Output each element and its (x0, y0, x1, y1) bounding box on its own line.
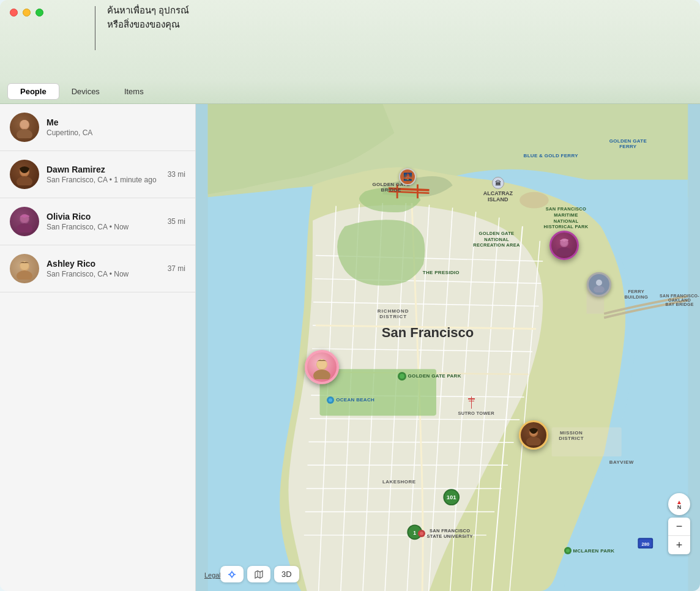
map-controls: ▲ N − + (668, 493, 690, 554)
titlebar: ค้นหาเพื่อนๆ อุปกรณ์ หรือสิ่งของของคุณ (0, 0, 700, 80)
person-item-dawn[interactable]: Dawn Ramirez San Francisco, CA • 1 minut… (0, 151, 195, 198)
person-item-me[interactable]: Me Cupertino, CA (0, 104, 195, 151)
map-pin-dawn[interactable] (519, 420, 548, 450)
person-name-ashley: Ashley Rico (47, 259, 160, 269)
svg-rect-49 (551, 427, 621, 456)
pin-avatar-ashley (305, 350, 339, 384)
person-name-me: Me (47, 117, 185, 127)
person-distance-olivia: 35 mi (168, 217, 185, 226)
threed-button[interactable]: 3D (274, 566, 299, 582)
city-name-label: San Francisco (382, 325, 474, 341)
pin-avatar-gray1 (587, 272, 611, 297)
mclaren-park-label: McLaren Park (573, 548, 615, 554)
person-item-ashley[interactable]: Ashley Rico San Francisco, CA • Now 37 m… (0, 245, 195, 292)
person-distance-ashley: 37 mi (168, 264, 185, 273)
sutro-tower-icon (468, 396, 475, 409)
ggb-bridge-icon: 🌉 (399, 168, 416, 185)
ocean-beach-container: Ocean Beach (327, 396, 374, 404)
tabs-bar: People Devices Items (0, 80, 700, 104)
map-type-button[interactable] (247, 566, 270, 582)
person-distance-dawn: 33 mi (168, 170, 185, 179)
maximize-button[interactable] (35, 9, 43, 17)
svg-point-56 (313, 370, 330, 379)
tab-people[interactable]: People (7, 83, 59, 100)
mclaren-park-dot (566, 549, 570, 552)
gg-park-dot (400, 374, 404, 379)
traffic-lights (10, 9, 43, 17)
ocean-beach-icon (327, 396, 334, 404)
person-location-me: Cupertino, CA (47, 128, 185, 137)
alcatraz-icon: 🏛 (492, 177, 504, 189)
svg-point-66 (230, 573, 234, 576)
sf-state-label: San FranciscoState University (427, 528, 473, 539)
close-button[interactable] (10, 9, 18, 17)
ocean-beach-dot (329, 398, 332, 402)
svg-point-62 (526, 437, 541, 445)
svg-point-10 (17, 270, 32, 280)
svg-point-64 (596, 280, 602, 286)
person-name-olivia: Olivia Rico (47, 212, 160, 221)
sf-state-container: San FranciscoState University (418, 528, 473, 539)
person-info-me: Me Cupertino, CA (47, 117, 185, 137)
map-pin-ggb: 🌉 (399, 168, 416, 185)
alcatraz-badge: 🏛 ALCATRAZISLAND (483, 177, 513, 203)
mclaren-park-container: McLaren Park (564, 547, 615, 554)
tooltip-pointer-line (95, 6, 95, 50)
map-pin-olivia[interactable] (549, 231, 579, 260)
map-icon (255, 570, 263, 579)
gg-park-container: Golden Gate Park (398, 372, 461, 381)
compass-n-label: N (677, 504, 682, 510)
minimize-button[interactable] (23, 9, 31, 17)
map-pin-ashley[interactable] (305, 350, 339, 384)
main-content: Me Cupertino, CA Dawn Ramirez San Fran (0, 104, 700, 591)
tab-devices[interactable]: Devices (59, 84, 112, 99)
map-pin-gray1[interactable] (587, 272, 611, 297)
zoom-out-button[interactable]: − (668, 518, 690, 536)
pin-avatar-olivia (549, 231, 579, 260)
person-location-olivia: San Francisco, CA • Now (47, 223, 160, 231)
svg-text:1: 1 (413, 530, 416, 536)
person-info-olivia: Olivia Rico San Francisco, CA • Now (47, 212, 160, 231)
tooltip-line2: หรือสิ่งของของคุณ (107, 18, 189, 32)
person-info-dawn: Dawn Ramirez San Francisco, CA • 1 minut… (47, 165, 160, 184)
gg-park-icon (398, 372, 406, 381)
svg-text:280: 280 (641, 541, 649, 547)
svg-point-65 (594, 286, 605, 292)
tab-items[interactable]: Items (112, 84, 156, 99)
compass-content: ▲ N (676, 499, 682, 510)
person-location-ashley: San Francisco, CA • Now (47, 270, 160, 278)
zoom-in-button[interactable]: + (668, 536, 690, 554)
gg-park-label: Golden Gate Park (408, 373, 461, 379)
svg-point-39 (519, 192, 549, 209)
svg-point-1 (17, 129, 32, 138)
map-background: 101 1 280 (196, 104, 700, 591)
avatar-olivia (10, 207, 39, 236)
person-location-dawn: San Francisco, CA • 1 minute ago (47, 176, 160, 184)
svg-point-7 (17, 223, 32, 232)
tooltip-callout: ค้นหาเพื่อนๆ อุปกรณ์ หรือสิ่งของของคุณ (107, 4, 189, 31)
map-toolbar: 3D (220, 566, 299, 582)
location-icon (228, 570, 236, 579)
app-window: ค้นหาเพื่อนๆ อุปกรณ์ หรือสิ่งของของคุณ P… (0, 0, 700, 591)
sf-state-icon (418, 530, 425, 537)
sidebar: Me Cupertino, CA Dawn Ramirez San Fran (0, 104, 196, 591)
ocean-beach-label: Ocean Beach (336, 397, 374, 403)
zoom-controls: − + (668, 518, 690, 554)
threed-label: 3D (281, 570, 292, 579)
location-button[interactable] (220, 566, 244, 582)
compass-button[interactable]: ▲ N (668, 493, 690, 515)
legal-link[interactable]: Legal (204, 571, 221, 579)
svg-line-21 (308, 442, 513, 442)
svg-point-59 (557, 247, 572, 256)
person-item-olivia[interactable]: Olivia Rico San Francisco, CA • Now 35 m… (0, 198, 195, 245)
svg-text:101: 101 (447, 494, 457, 501)
alcatraz-label: ALCATRAZISLAND (483, 190, 513, 203)
mclaren-park-icon (564, 547, 572, 554)
pin-avatar-dawn (519, 420, 548, 450)
person-name-dawn: Dawn Ramirez (47, 165, 160, 174)
avatar-dawn (10, 160, 39, 189)
map-area[interactable]: 101 1 280 (196, 104, 700, 591)
avatar-me (10, 113, 39, 142)
svg-point-4 (17, 176, 32, 185)
svg-point-2 (20, 120, 29, 128)
